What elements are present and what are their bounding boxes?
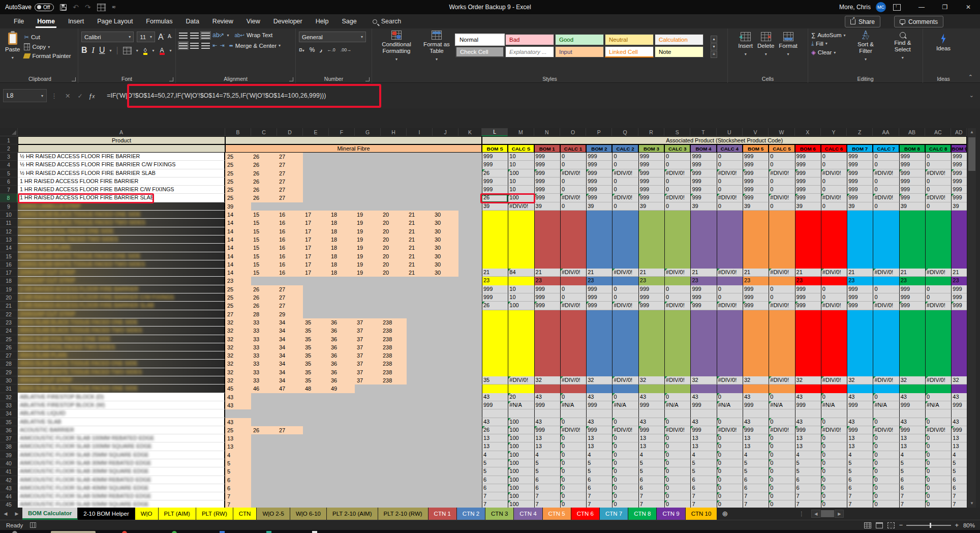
cell[interactable]: 26 xyxy=(482,169,508,177)
cell[interactable]: 19 xyxy=(355,235,381,244)
row-header-44[interactable]: 44 xyxy=(0,492,18,500)
cell[interactable] xyxy=(433,434,458,442)
cell[interactable]: #DIV/0! xyxy=(612,302,638,310)
cell[interactable] xyxy=(612,227,638,235)
cell[interactable]: 100KG SLAB BLACK TISSUE FACED TWO SIDES xyxy=(18,219,225,227)
cell[interactable]: 18 xyxy=(329,211,355,219)
cell[interactable] xyxy=(381,393,407,401)
cell[interactable] xyxy=(873,244,899,252)
cell[interactable]: 0 xyxy=(612,153,638,161)
find-select-button[interactable]: Find & Select▾ xyxy=(886,31,920,63)
clipboard-dialog-launcher-icon[interactable] xyxy=(72,77,76,81)
sheet-tab-ctn-7[interactable]: CTN 7 xyxy=(600,508,628,520)
cell[interactable] xyxy=(873,351,899,360)
cell[interactable]: 0 xyxy=(769,476,794,484)
cell[interactable]: 84 xyxy=(508,269,534,277)
new-sheet-button[interactable]: ⊕ xyxy=(717,508,732,520)
cell[interactable]: 30 xyxy=(433,219,458,227)
cell[interactable]: #DIV/0! xyxy=(612,269,638,277)
cell[interactable] xyxy=(303,500,329,508)
cell[interactable]: #DIV/0! xyxy=(664,376,690,384)
cell[interactable] xyxy=(743,384,769,393)
cell[interactable]: 17 xyxy=(303,219,329,227)
cell[interactable] xyxy=(821,343,847,351)
cell[interactable] xyxy=(612,360,638,368)
cell[interactable]: 100 xyxy=(508,451,534,459)
cell[interactable] xyxy=(433,418,458,426)
cell[interactable]: 999 xyxy=(534,186,560,194)
cell[interactable] xyxy=(329,418,355,426)
row-header-12[interactable]: 12 xyxy=(0,227,18,235)
style-swatch-note[interactable]: Note xyxy=(655,46,703,57)
cell[interactable] xyxy=(925,318,951,327)
cell[interactable]: 0 xyxy=(873,434,899,442)
cell[interactable] xyxy=(329,467,355,476)
cell[interactable]: #DIV/0! xyxy=(560,169,586,177)
cell[interactable]: 999 xyxy=(690,426,716,434)
cell[interactable]: 999 xyxy=(638,293,664,302)
cell[interactable]: 0 xyxy=(821,500,847,508)
cell[interactable] xyxy=(277,277,303,285)
macro-record-icon[interactable] xyxy=(30,522,36,528)
cell[interactable] xyxy=(769,219,794,227)
cell[interactable] xyxy=(329,442,355,451)
cell[interactable]: 0 xyxy=(925,153,951,161)
cell[interactable]: 100 xyxy=(508,484,534,492)
cell[interactable] xyxy=(303,467,329,476)
cell[interactable]: 999 xyxy=(638,401,664,409)
cell[interactable]: 0 xyxy=(717,285,743,293)
cell[interactable] xyxy=(407,161,433,169)
cell[interactable]: 16 xyxy=(277,269,303,277)
cell[interactable] xyxy=(951,310,967,318)
ribbon-tab-page-layout[interactable]: Page Layout xyxy=(90,14,139,28)
cell[interactable] xyxy=(690,310,716,318)
font-size-select[interactable]: 11▾ xyxy=(137,32,155,42)
cell[interactable] xyxy=(743,227,769,235)
cell[interactable] xyxy=(458,467,482,476)
cell[interactable] xyxy=(277,492,303,500)
cell[interactable] xyxy=(664,318,690,327)
cell[interactable] xyxy=(873,335,899,343)
cell[interactable] xyxy=(664,277,690,285)
cell[interactable]: 0 xyxy=(560,285,586,293)
ribbon-display-options-icon[interactable] xyxy=(893,4,901,11)
cell[interactable]: 5 xyxy=(586,459,612,467)
cell[interactable]: #DIV/0! xyxy=(821,302,847,310)
cell[interactable]: 0 xyxy=(612,467,638,476)
cell[interactable]: 999 xyxy=(795,194,821,202)
cell[interactable]: 13 xyxy=(743,434,769,442)
cell[interactable] xyxy=(795,327,821,335)
cell[interactable] xyxy=(433,393,458,401)
cell[interactable]: 45KG SLAB WHITE TISSUE FACED ONE SIDE xyxy=(18,360,225,368)
cell[interactable] xyxy=(458,227,482,235)
cell[interactable]: 999 xyxy=(482,285,508,293)
cell[interactable]: 29 xyxy=(277,310,303,318)
cell[interactable] xyxy=(381,492,407,500)
cell[interactable] xyxy=(458,401,482,409)
cell[interactable] xyxy=(690,327,716,335)
cell[interactable] xyxy=(251,409,277,418)
cell[interactable] xyxy=(586,335,612,343)
column-header-AA[interactable]: AA xyxy=(873,128,899,136)
cell[interactable]: 4 xyxy=(951,451,967,459)
cell[interactable] xyxy=(743,360,769,368)
cell[interactable] xyxy=(586,260,612,269)
cell[interactable]: 43 xyxy=(638,393,664,401)
cell[interactable] xyxy=(329,186,355,194)
cell[interactable]: 999 xyxy=(743,153,769,161)
cell[interactable]: 35 xyxy=(303,335,329,343)
cell[interactable]: 999 xyxy=(743,285,769,293)
cell[interactable]: 999 xyxy=(899,169,925,177)
cell[interactable]: 0 xyxy=(873,484,899,492)
cell[interactable]: 0 xyxy=(664,434,690,442)
formula-input[interactable]: =IF('W|O'!$O$14=50,27,IF('W|O'!$O$14=75,… xyxy=(107,92,326,99)
cell[interactable] xyxy=(433,302,458,310)
cell[interactable]: 238 xyxy=(381,360,407,368)
cell[interactable]: 999 xyxy=(951,285,967,293)
cell[interactable]: #DIV/0! xyxy=(664,169,690,177)
cell[interactable]: 30 xyxy=(433,227,458,235)
vertical-scrollbar[interactable]: ▲ ▼ xyxy=(967,128,976,508)
delete-cells-button[interactable]: Delete▾ xyxy=(757,32,774,57)
row-header-28[interactable]: 28 xyxy=(0,360,18,368)
cut-button[interactable]: ✂Cut xyxy=(24,34,71,41)
